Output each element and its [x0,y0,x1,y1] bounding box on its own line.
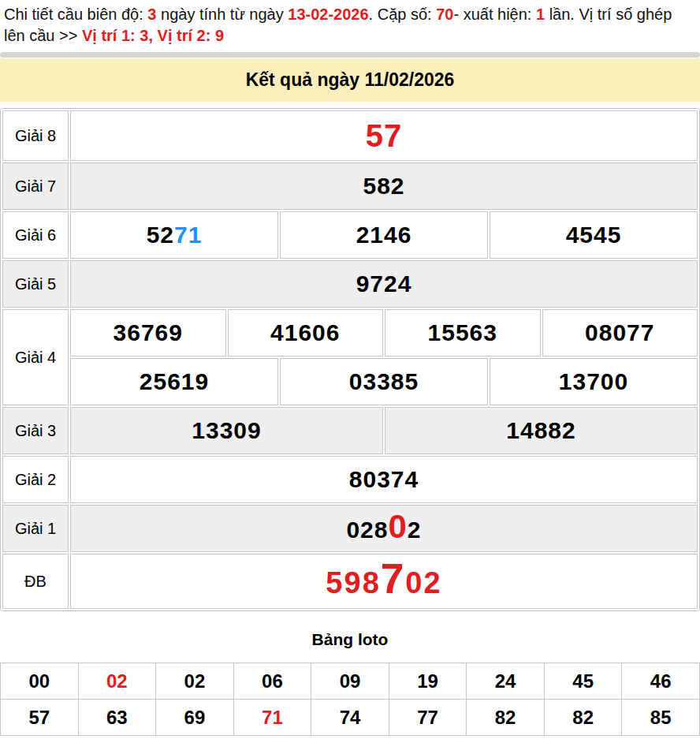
prize-number: 598702 [326,562,441,600]
result-title: Kết quả ngày 11/02/2026 [0,58,700,102]
cau-detail-segment: Chi tiết cầu biên độ: [4,6,147,23]
loto-cell: 00 [1,663,79,700]
prize-row-content: 1330914882 [70,407,698,454]
prize-row-label: Giải 4 [2,309,69,405]
prize-subrow: 80374 [70,456,698,503]
loto-number-segment: 85 [650,707,672,728]
prize-row-label: Giải 3 [2,407,69,454]
prize-number-cell: 41606 [228,309,384,356]
loto-cell: 09 [311,663,389,700]
prize-number-cell: 02802 [70,505,698,552]
prize-subrow: 57 [70,110,698,161]
loto-number: 02 [106,670,128,692]
prize-number: 02802 [346,513,421,543]
lottery-page: Chi tiết cầu biên độ: 3 ngày tính từ ngà… [0,0,700,736]
loto-cell: 02 [79,663,157,700]
prize-number: 41606 [270,319,340,346]
prize-subrow: 1330914882 [70,407,698,454]
loto-number: 06 [262,670,283,692]
prize-number-segment: 52 [147,222,174,248]
prize-number-cell: 4545 [490,211,698,259]
loto-number: 46 [650,670,672,692]
prize-number-cell: 80374 [70,456,698,503]
prize-number-segment: 02 [405,566,441,599]
prize-row-content: 80374 [70,456,698,503]
prize-row-content: 02802 [70,505,698,552]
loto-number: 74 [340,707,361,729]
prize-number-cell: 57 [70,110,698,161]
prize-row-label: Giải 5 [2,260,69,308]
prize-number-cell: 15563 [385,309,541,356]
loto-number: 82 [495,707,516,729]
loto-number-segment: 02 [106,670,128,692]
prize-number: 2146 [356,222,412,248]
cau-detail-segment: 13-02-2026 [288,6,368,23]
cau-detail-segment: ngày tính từ ngày [156,6,288,23]
prize-number-segment: 028 [346,517,388,543]
cau-detail-segment: 70 [436,6,453,23]
result-table: Giải 857Giải 7582Giải 6527121464545Giải … [0,108,700,611]
prize-number-cell: 5271 [70,211,278,259]
prize-number: 80374 [349,466,419,493]
prize-subrow: 582 [70,162,698,210]
loto-number-segment: 77 [417,707,438,728]
loto-number-segment: 06 [262,670,283,692]
cau-detail-text: Chi tiết cầu biên độ: 3 ngày tính từ ngà… [0,0,700,48]
loto-number-segment: 45 [572,670,594,692]
loto-number-segment: 82 [572,707,594,728]
loto-number-segment: 71 [262,707,283,728]
loto-cell: 24 [467,663,545,700]
prize-number-segment: 71 [174,222,202,248]
prize-number-cell: 36769 [70,309,226,356]
prize-row-label: ĐB [2,554,69,609]
prize-number-segment: 0 [389,508,408,545]
cau-detail-segment: 1 [536,6,545,23]
prize-number-segment: 08077 [585,319,654,345]
loto-number: 77 [417,707,438,729]
prize-row: ĐB598702 [2,554,698,609]
prize-row: Giải 43676941606155630807725619033851370… [2,309,698,405]
prize-number-segment: 13700 [559,368,628,394]
loto-number-segment: 02 [184,670,206,692]
prize-row-label: Giải 2 [2,456,69,503]
prize-row-content: 57 [70,110,698,161]
loto-cell: 63 [79,700,157,736]
prize-number: 03385 [349,368,419,395]
prize-number: 13309 [192,417,261,444]
prize-row-content: 582 [70,162,698,210]
loto-number: 82 [572,707,594,729]
loto-cell: 02 [156,663,234,700]
prize-number-segment: 15563 [428,319,497,345]
loto-cell: 74 [311,700,389,736]
prize-row-label: Giải 1 [2,505,69,552]
loto-cell: 19 [389,663,467,700]
cau-detail-segment: . Cặp số: [369,6,437,23]
loto-number-segment: 82 [495,707,516,728]
prize-row-label: Giải 8 [2,110,69,161]
prize-number-segment: 57 [366,118,403,153]
loto-number-segment: 63 [106,707,128,728]
loto-number-segment: 74 [340,707,361,728]
loto-number-segment: 46 [650,670,672,692]
loto-cell: 82 [467,700,545,736]
loto-cell: 85 [622,700,700,736]
loto-number-segment: 09 [340,670,361,692]
cau-detail-segment: Vị trí 1: 3, Vị trí 2: 9 [82,27,224,44]
prize-row: Giải 7582 [2,162,698,210]
prize-number: 9724 [356,271,412,297]
loto-number: 09 [340,670,361,692]
loto-number: 63 [106,707,128,729]
cau-detail-segment: 3 [147,6,156,23]
loto-cell: 82 [545,700,623,736]
prize-number-cell: 14882 [385,407,698,454]
loto-number: 69 [184,707,206,729]
prize-row-label: Giải 7 [2,162,69,210]
loto-cell: 71 [234,700,312,736]
prize-number: 08077 [585,319,654,346]
prize-number: 57 [366,118,403,154]
prize-number: 15563 [428,319,497,346]
loto-number: 71 [262,707,283,729]
prize-row-content: 36769416061556308077256190338513700 [70,309,698,405]
loto-title: Bảng loto [0,630,700,649]
prize-row: Giải 31330914882 [2,407,698,454]
